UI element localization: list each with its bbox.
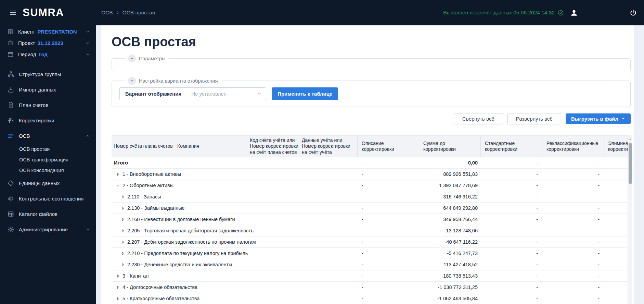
nav-subitem-osv-consolidation[interactable]: ОСВ консолидация [0,165,96,175]
description-cell: - [357,251,419,256]
row-label-cell: Итого [112,160,357,166]
nav-item-data-units[interactable]: Единицы данных [0,175,96,191]
column-header-accounting-code: Код счёта учёта илиНомер корректировкина… [248,136,300,157]
collapse-all-button[interactable]: Свернуть всё [454,113,503,124]
breadcrumb-current: ОСВ простая [123,10,155,16]
nav-item-label: ОСВ [19,133,30,139]
column-header-accounting-data: Данные учёта илиНомер корректировкина сч… [300,136,357,157]
sidebar-divider [0,64,96,64]
apply-to-table-button[interactable]: Применить к таблице [272,87,338,100]
export-to-file-button[interactable]: Выгрузить в файл [566,113,631,124]
description-cell: - [357,183,419,188]
expand-row-icon[interactable] [116,285,120,289]
row-label: 5 - Краткосрочные обязательства [123,296,199,301]
period-selector[interactable]: ПериодГод [0,49,96,60]
collapse-row-icon[interactable] [116,184,120,187]
expand-row-icon[interactable] [121,240,125,244]
scroll-up-icon[interactable] [628,135,632,141]
table-row: 2.207 - Дебиторская задолженность по про… [112,236,632,248]
table-row: 4 - Долгосрочные обязательства--1 038 77… [112,282,632,293]
description-cell: - [357,171,419,177]
export-to-file-label: Выгрузить в файл [571,116,618,122]
description-cell: - [357,239,419,245]
table-header: Номер счёта плана счетовКомпанияКод счёт… [112,135,632,157]
amount-before-cell: 13 128 748,66 [419,228,480,233]
nav-subitem-label: ОСВ трансформация [19,157,68,162]
nav-item-file-catalog[interactable]: Каталог файлов [0,206,96,222]
row-label: 2.207 - Дебиторская задолженность по про… [127,239,256,245]
nav-item-data-import[interactable]: Импорт данных [0,82,96,97]
display-settings-panel-label: Настройка варианта отображения [139,78,218,84]
project-selector[interactable]: Проект31.12.2023 [0,37,96,49]
user-icon[interactable] [570,9,578,17]
amount-before-cell: -1 038 772 311,25 [419,284,480,290]
standard-adj-cell: - [480,284,542,290]
nav-subitem-label: ОСВ простая [19,146,50,152]
collapse-display-settings-icon[interactable] [128,77,136,85]
expand-row-icon[interactable] [121,229,125,233]
expand-row-icon[interactable] [121,195,125,199]
row-label: 4 - Долгосрочные обязательства [123,284,197,290]
description-cell: - [357,296,419,301]
nav-item-administration[interactable]: Администрирование [0,222,96,237]
chevron-down-icon [85,52,90,57]
nav-item-label: Структура группы [19,71,61,77]
menu-icon[interactable] [9,9,17,16]
expand-all-button[interactable]: Развернуть всё [507,113,561,124]
breadcrumb-parent[interactable]: ОСВ [101,10,113,16]
reclass-adj-cell: - [542,171,604,177]
nav-item-label: Администрирование [19,227,68,232]
briefcase-icon [7,40,14,46]
power-icon[interactable] [629,9,637,17]
client-selector[interactable]: КлиентPRESENTATION [0,26,96,37]
collapse-parameters-icon[interactable] [128,54,136,62]
expand-row-icon[interactable] [116,297,120,301]
period-value: Год [39,51,48,57]
expand-row-icon[interactable] [116,172,120,176]
description-cell: - [357,284,419,290]
caret-down-icon [621,117,625,121]
data-units-icon [7,180,14,187]
nav-item-label: Каталог файлов [19,211,57,217]
nav-item-adjustments[interactable]: Корректировки [0,113,96,128]
breadcrumb: ОСВ ОСВ простая [101,10,155,16]
nav-subitem-osv-transformation[interactable]: ОСВ трансформация [0,154,96,165]
expand-row-icon[interactable] [116,274,120,278]
expand-row-icon[interactable] [121,206,125,210]
main-area: ОСВ простая Параметры Настройка варианта… [96,25,644,304]
table-row: 2 - Оборотные активы-1 392 047 778,69-- [112,180,632,191]
amount-before-cell: 1 392 047 778,69 [419,183,480,188]
sidebar-context: КлиентPRESENTATIONПроект31.12.2023Период… [0,26,96,60]
reclass-adj-cell: - [542,251,604,256]
row-label-cell: 2 - Оборотные активы [112,183,357,188]
row-label: 2 - Оборотные активы [123,183,173,188]
vertical-scrollbar[interactable] [628,135,632,304]
amount-before-cell: 316 746 916,22 [419,194,480,199]
variant-label: Вариант отображения [119,87,187,100]
scrollbar-thumb[interactable] [629,143,632,184]
expand-row-icon[interactable] [121,218,125,221]
description-cell: - [357,205,419,211]
table-row: Итого-0,00-- [112,157,632,169]
reclass-adj-cell: - [542,228,604,233]
row-label-cell: 2.110 - Запасы [112,194,357,199]
recalc-status-text: Выполнен пересчёт данных 05.06.2024 14:3… [443,10,555,16]
building-icon [7,28,14,35]
nav-item-chart-of-accounts[interactable]: План счетов [0,97,96,113]
nav-subitem-osv-simple[interactable]: ОСВ простая [0,144,96,154]
nav-item-group-structure[interactable]: Структура группы [0,66,96,82]
import-icon [7,86,14,93]
column-header-amount-before: Сумма докорректировки [419,136,480,157]
row-label-cell: 2.230 - Денежные средства и их эквивален… [112,262,357,267]
row-label: 1 - Внеоборотные активы [123,171,181,177]
table-row: 1 - Внеоборотные активы-889 926 551,83-- [112,169,632,180]
variant-select[interactable]: Не установлен [187,87,266,100]
table-row: 2.110 - Запасы-316 746 916,22-- [112,191,632,203]
expand-row-icon[interactable] [121,263,125,267]
nav-item-label: Единицы данных [19,180,60,186]
description-cell: - [357,160,419,166]
nav-item-osv[interactable]: ОСВ [0,128,96,144]
expand-row-icon[interactable] [121,252,125,255]
client-value: PRESENTATION [37,29,77,35]
nav-item-control-ratios[interactable]: Контрольные соотношения [0,191,96,206]
